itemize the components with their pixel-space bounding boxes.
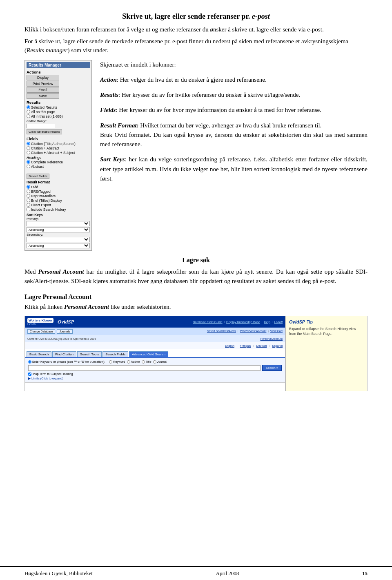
rm-radio-citation[interactable]: Citation (Title,Author,Source): [27, 142, 90, 146]
ss-top-bar: Wolters Kluwer Health OvidSP Database Fi…: [25, 316, 285, 328]
rm-radio-abstract[interactable]: Abstract: [27, 165, 90, 169]
rm-fields-label: Fields: [27, 136, 90, 141]
ss-radio-title[interactable]: Title: [142, 360, 151, 364]
lagre-sok-text: Med Personal Account har du mulighet til…: [24, 267, 368, 286]
ss-lang-deutsch[interactable]: Deutsch: [256, 344, 267, 347]
rm-secondary-select[interactable]: -: [27, 237, 90, 242]
rm-radio-brs[interactable]: BRS/Tagged: [27, 190, 90, 194]
ss-search-btn[interactable]: Search »: [262, 365, 282, 371]
right-column: Skjemaet er inndelt i kolonner: Action: …: [100, 60, 368, 251]
rm-save-btn[interactable]: Save: [27, 93, 59, 99]
tip-header: OvidSP Tip: [289, 319, 364, 324]
rm-sort-label: Sort Keys: [27, 213, 90, 217]
rm-results-radio-group: Selected Results All on this page All in…: [27, 105, 90, 118]
rm-primary-label: Primary:: [27, 217, 90, 221]
results-section: Results: Her krysser du av for hvilke re…: [100, 90, 368, 100]
ss-wk-logo: Wolters Kluwer Health: [27, 318, 53, 326]
ss-tab-advanced-ovid-search[interactable]: Advanced Ovid Search: [129, 351, 168, 357]
rm-secondary-order-select[interactable]: Ascending: [27, 243, 90, 248]
ss-nav-logoff[interactable]: Logoff: [274, 320, 283, 324]
screenshot-tip: OvidSP Tip Expand or collapse the Search…: [285, 316, 367, 391]
rm-email-btn[interactable]: Email: [27, 87, 59, 93]
content-area: Skrive ut, lagre eller sende referanser …: [0, 0, 392, 566]
rm-actions-label: Actions: [27, 70, 90, 74]
rm-display-btn[interactable]: Display: [27, 75, 59, 80]
tip-text: Expand or collapse the Search History vi…: [289, 327, 364, 337]
rm-radio-brief[interactable]: Brief (Titles) Display: [27, 199, 90, 203]
tip-logo: OvidSP: [289, 319, 305, 324]
result-format-section: Result Format: Hvilket format du bør vel…: [100, 121, 368, 149]
ss-search-row: Enter Keyword or phrase (use ™ or 'S' fo…: [28, 360, 282, 364]
ss-logo-area: Wolters Kluwer Health OvidSP: [27, 318, 74, 326]
rm-sort-section: Sort Keys Primary: - Ascending Secondary…: [27, 213, 90, 249]
ss-limits-row[interactable]: ▶ Limits (Click to expand): [28, 377, 282, 380]
tip-title: Tip: [307, 320, 313, 324]
rm-format-radio-group: Ovid BRS/Tagged Reprint/Medlars Bri: [27, 185, 90, 212]
ss-radio-keyword[interactable]: Keyword: [109, 360, 125, 364]
rm-radio-selected[interactable]: Selected Results: [27, 105, 90, 109]
ss-ovidsp-logo: OvidSP: [58, 319, 74, 325]
ss-lang-francais[interactable]: Français: [240, 344, 251, 347]
ss-map-term-row: Map Term to Subject Heading: [28, 372, 282, 376]
ss-nav-field-guide[interactable]: Database Field Guide: [193, 320, 223, 324]
rm-radio-ovid[interactable]: Ovid: [27, 185, 90, 189]
rm-radio-complete-ref[interactable]: Complete Reference: [27, 160, 90, 164]
rm-primary-select[interactable]: -: [27, 221, 90, 226]
page-container: Skrive ut, lagre eller sende referanser …: [0, 0, 392, 580]
ss-tab-search-tools[interactable]: Search Tools: [77, 351, 102, 357]
rm-radio-citation-abstract[interactable]: Citation + Abstract: [27, 146, 90, 150]
ss-tab-basic-search[interactable]: Basic Search: [27, 351, 51, 357]
ss-second-bar: Change Database Journals Saved Searches/…: [25, 328, 285, 335]
results-manager-panel: Results Manager Actions Display Print Pr…: [24, 60, 92, 251]
ss-journals-btn[interactable]: Journals: [57, 329, 72, 334]
intro-line1: Klikk i boksen/ruten foran referansen fo…: [24, 25, 368, 34]
ss-lang-english[interactable]: English: [225, 344, 234, 347]
ss-nav-knowledge-base[interactable]: Display Knowledge Base: [226, 320, 260, 324]
rm-radio-reprint[interactable]: Reprint/Medlars: [27, 194, 90, 198]
ss-change-db-btn[interactable]: Change Database: [27, 329, 55, 334]
ss-radio-keyword-phrase[interactable]: Enter Keyword or phrase (use ™ or 'S' fo…: [28, 360, 105, 364]
page-title: Skrive ut, lagre eller sende referanser …: [24, 12, 368, 21]
two-col-section: Results Manager Actions Display Print Pr…: [24, 60, 368, 251]
rm-secondary-label: Secondary:: [27, 233, 90, 236]
ss-nav-help[interactable]: Help: [264, 320, 270, 324]
ss-cart-links: Saved Searches/Alerts | PayPerView Accou…: [207, 330, 283, 333]
ss-nav-right: Database Field Guide | Display Knowledge…: [193, 320, 283, 324]
ss-tab-search-fields[interactable]: Search Fields: [102, 351, 128, 357]
footer-right: 15: [362, 570, 368, 577]
fields-section: Fields: Her krysser du av for hvor mye i…: [100, 105, 368, 115]
ss-tab-bar: Basic Search Find Citation Search Tools …: [25, 349, 285, 358]
rm-include-search-history[interactable]: Include Search History: [27, 207, 90, 212]
ss-radio-author[interactable]: Author: [127, 360, 140, 364]
ss-search-area: Enter Keyword or phrase (use ™ or 'S' fo…: [25, 358, 285, 383]
rm-radio-direct-export[interactable]: Direct Export: [27, 203, 90, 207]
ss-personal-account-link[interactable]: Personal Account: [261, 337, 283, 340]
ss-lang-espanol[interactable]: Español: [272, 344, 283, 347]
rm-range-input[interactable]: [27, 124, 55, 128]
ss-lang-bar: English | Français | Deutsch | Español: [25, 342, 285, 349]
rm-primary-order-select[interactable]: Ascending: [27, 227, 90, 232]
ss-tab-find-citation[interactable]: Find Citation: [52, 351, 76, 357]
ss-search-input[interactable]: [28, 365, 261, 371]
screenshot-main: Wolters Kluwer Health OvidSP Database Fi…: [25, 316, 285, 391]
footer-bar: Høgskolen i Gjøvik, Biblioteket April 20…: [0, 566, 392, 580]
rm-radio-on-page[interactable]: All on this page: [27, 110, 90, 114]
skjemaet-text: Skjemaet er inndelt i kolonner:: [100, 60, 368, 69]
rm-select-fields-btn[interactable]: Select Fields: [27, 174, 49, 179]
rm-results-label: Results: [27, 100, 90, 105]
footer-left: Høgskolen i Gjøvik, Biblioteket: [24, 570, 93, 577]
ss-map-term-checkbox[interactable]: [28, 373, 31, 376]
ss-payper-link[interactable]: PayPerView Account: [240, 330, 267, 333]
lagre-pa-heading: Lagre Personal Account: [24, 293, 368, 301]
ss-saved-searches-link[interactable]: Saved Searches/Alerts: [207, 330, 236, 333]
rm-fields-radio-group: Citation (Title,Author,Source) Citation …: [27, 142, 90, 155]
rm-print-btn[interactable]: Print Preview: [27, 81, 59, 87]
action-section: Action: Her velger du hva det er du ønsk…: [100, 75, 368, 85]
ss-map-term-label: Map Term to Subject Heading: [33, 372, 73, 376]
rm-radio-all-in-set[interactable]: All in this set (1-885): [27, 114, 90, 118]
rm-clear-btn[interactable]: Clear selected results: [27, 129, 62, 134]
rm-radio-citation-abstract-subject[interactable]: Citation + Abstract + Subject: [27, 151, 90, 155]
ss-view-cart-link[interactable]: View Cart: [270, 330, 283, 333]
ss-radio-journal[interactable]: Journal: [153, 360, 167, 364]
intro-line2: For å skrive ut, lagre eller sende de me…: [24, 37, 368, 55]
